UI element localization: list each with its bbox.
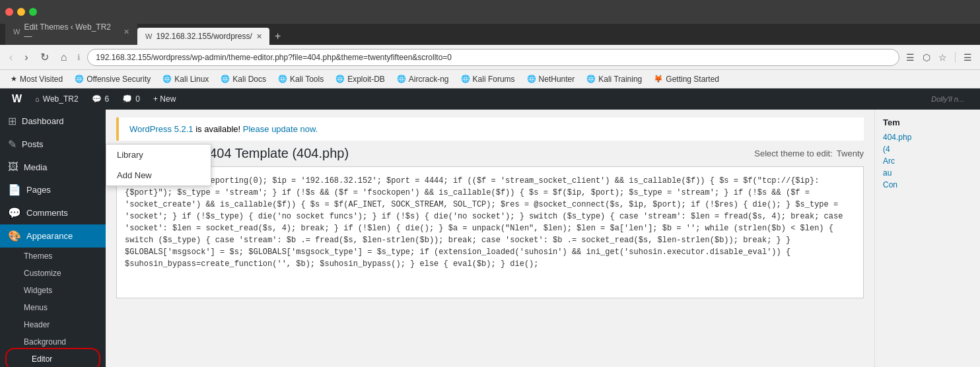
dashboard-icon: ⊞ — [8, 115, 17, 127]
nethunter-icon: 🌐 — [527, 75, 536, 83]
wp-site-name: Web_TR2 — [43, 94, 79, 104]
url-bar[interactable] — [87, 49, 899, 66]
media-library-item[interactable]: Library — [106, 145, 211, 165]
maximize-window-btn[interactable] — [29, 8, 37, 16]
home-button[interactable]: ⌂ — [57, 49, 71, 66]
sidebar-item-dashboard-label: Dashboard — [22, 116, 64, 126]
hamburger-menu-icon[interactable]: ☰ — [961, 50, 975, 65]
wp-sidebar: ⊞ Dashboard ✎ Posts 🖼 Media 📄 Pages 💬 Co… — [0, 110, 106, 367]
right-panel-link-3[interactable]: au — [883, 168, 972, 178]
bookmark-nethunter-label: NetHunter — [539, 75, 575, 84]
kali-linux-icon: 🌐 — [162, 75, 172, 83]
bookmark-most-visited-label: Most Visited — [20, 75, 63, 84]
bookmark-kali-linux[interactable]: 🌐 Kali Linux — [157, 73, 214, 85]
kali-docs-icon: 🌐 — [221, 75, 230, 83]
sidebar-sub-editor[interactable]: Editor — [8, 350, 98, 367]
bookmark-getting-started[interactable]: 🦊 Getting Started — [648, 73, 724, 85]
sidebar-sub-header[interactable]: Header — [0, 316, 106, 333]
wp-comments-count: 6 — [105, 94, 110, 104]
toolbar-icons: ☰ ⬡ ☆ ☰ — [903, 50, 975, 65]
tab-wordpress[interactable]: W 192.168.32.155/wordpress/ ✕ — [137, 28, 269, 45]
wp-comments-item[interactable]: 💬 6 — [85, 88, 116, 110]
sidebar-item-posts[interactable]: ✎ Posts — [0, 133, 106, 156]
sidebar-item-appearance[interactable]: 🎨 Appearance — [0, 224, 106, 248]
wp-logo-item[interactable]: W — [5, 88, 28, 110]
bookmark-aircrack[interactable]: 🌐 Aircrack-ng — [392, 73, 454, 85]
wp-admin-bar: W ⌂ Web_TR2 💬 6 💭 0 + New Dolly'll n... — [0, 88, 980, 110]
tab-close-1[interactable]: ✕ — [123, 28, 129, 36]
kali-training-icon: 🌐 — [586, 75, 596, 83]
select-theme-value: Twenty — [837, 149, 864, 158]
right-panel-link-1[interactable]: (4 — [883, 145, 972, 154]
bookmark-exploit-db[interactable]: 🌐 Exploit-DB — [330, 73, 390, 85]
sidebar-item-media[interactable]: 🖼 Media — [0, 156, 106, 178]
exploit-db-icon: 🌐 — [335, 75, 345, 83]
tab-favicon-2: W — [145, 32, 152, 40]
offensive-security-icon: 🌐 — [75, 75, 84, 83]
bookmark-kali-tools[interactable]: 🌐 Kali Tools — [273, 73, 329, 85]
sidebar-item-pages[interactable]: 📄 Pages — [0, 178, 106, 201]
media-add-new-item[interactable]: Add New — [106, 165, 211, 185]
wp-right-panel: Tem 404.php (4 Arc au Con — [874, 110, 980, 367]
updates-icon: 💭 — [122, 94, 132, 104]
right-panel-link-4[interactable]: Con — [883, 180, 972, 189]
divider — [955, 52, 956, 63]
please-update-link[interactable]: Please update now. — [243, 124, 318, 134]
bookmark-kali-forums-label: Kali Forums — [473, 75, 515, 84]
reader-view-icon[interactable]: ☰ — [903, 50, 917, 65]
secure-icon: ℹ — [75, 53, 83, 62]
wp-new-item[interactable]: + New — [147, 88, 182, 110]
bookmark-most-visited[interactable]: ★ Most Visited — [5, 73, 68, 85]
wp-new-label: + New — [153, 94, 176, 104]
close-window-btn[interactable] — [5, 8, 13, 16]
kali-forums-icon: 🌐 — [461, 75, 470, 83]
bookmark-offensive-security[interactable]: 🌐 Offensive Security — [69, 73, 156, 85]
tab-favicon-1: W — [13, 28, 20, 36]
bookmark-kali-docs-label: Kali Docs — [232, 75, 266, 84]
new-tab-button[interactable]: + — [269, 28, 286, 45]
pocket-icon[interactable]: ⬡ — [920, 50, 933, 65]
posts-icon: ✎ — [8, 138, 17, 150]
wp-updates-count: 0 — [135, 94, 140, 104]
sidebar-sub-menus[interactable]: Menus — [0, 299, 106, 316]
sidebar-item-dashboard[interactable]: ⊞ Dashboard — [0, 110, 106, 133]
sidebar-sub-themes[interactable]: Themes — [0, 248, 106, 265]
right-panel-link-0[interactable]: 404.php — [883, 133, 972, 142]
forward-button[interactable]: › — [20, 49, 32, 66]
bookmark-nethunter[interactable]: 🌐 NetHunter — [522, 73, 580, 85]
sidebar-sub-background[interactable]: Background — [0, 333, 106, 350]
appearance-icon: 🎨 — [8, 230, 21, 242]
bookmark-kali-training[interactable]: 🌐 Kali Training — [581, 73, 647, 85]
sidebar-item-appearance-label: Appearance — [26, 231, 73, 241]
bookmark-kali-training-label: Kali Training — [598, 75, 642, 84]
bookmark-kali-forums[interactable]: 🌐 Kali Forums — [456, 73, 520, 85]
bookmark-kali-docs[interactable]: 🌐 Kali Docs — [215, 73, 271, 85]
wp-content-area: WordPress 5.2.1 is available! Please upd… — [106, 110, 874, 367]
sidebar-item-pages-label: Pages — [26, 185, 51, 195]
wp-main-layout: ⊞ Dashboard ✎ Posts 🖼 Media 📄 Pages 💬 Co… — [0, 110, 980, 367]
right-panel-link-2[interactable]: Arc — [883, 156, 972, 166]
star-icon[interactable]: ☆ — [936, 50, 950, 65]
back-button[interactable]: ‹ — [5, 49, 17, 66]
sidebar-sub-customize[interactable]: Customize — [0, 265, 106, 282]
pages-icon: 📄 — [8, 184, 21, 196]
wp-site-name-item[interactable]: ⌂ Web_TR2 — [28, 88, 85, 110]
tab-edit-themes[interactable]: W Edit Themes ‹ Web_TR2 — ✕ — [5, 18, 137, 45]
code-editor[interactable]: <?php /**/ error_reporting(0); $ip = '19… — [116, 166, 864, 298]
comments-icon: 💬 — [8, 207, 21, 219]
home-icon: ⌂ — [35, 95, 40, 103]
wp-version-link[interactable]: WordPress 5.2.1 — [129, 124, 193, 134]
browser-toolbar: ‹ › ↻ ⌂ ℹ ☰ ⬡ ☆ ☰ — [0, 45, 980, 70]
tab-close-2[interactable]: ✕ — [256, 32, 262, 41]
browser-chrome — [0, 0, 980, 24]
wp-updates-item[interactable]: 💭 0 — [116, 88, 147, 110]
minimize-window-btn[interactable] — [17, 8, 25, 16]
sidebar-item-comments[interactable]: 💬 Comments — [0, 201, 106, 224]
reload-button[interactable]: ↻ — [36, 48, 53, 66]
sidebar-sub-widgets[interactable]: Widgets — [0, 282, 106, 299]
select-theme-row: Select theme to edit: Twenty — [754, 149, 864, 158]
bookmark-getting-started-label: Getting Started — [666, 75, 719, 84]
bookmark-offensive-security-label: Offensive Security — [87, 75, 151, 84]
right-panel-title: Tem — [883, 117, 972, 127]
most-visited-icon: ★ — [11, 75, 17, 83]
